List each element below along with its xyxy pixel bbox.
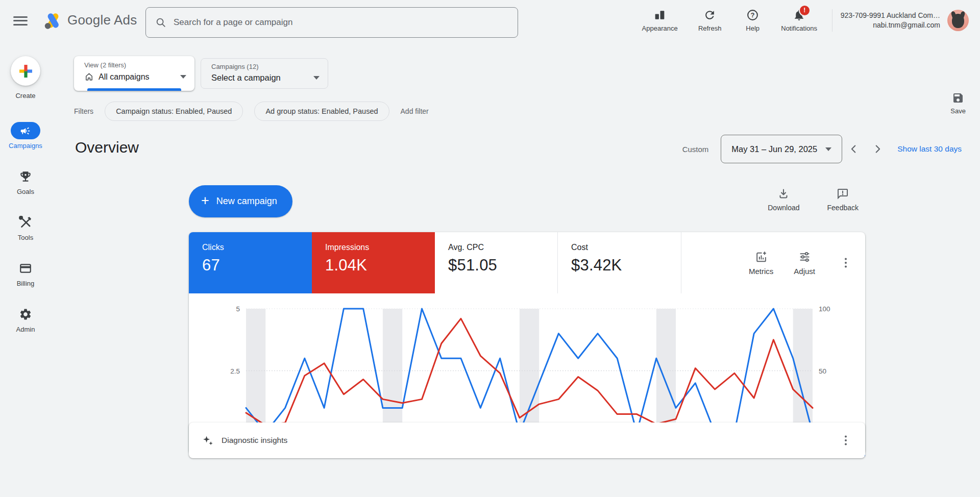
scorecard-value: 67: [202, 256, 312, 275]
scorecard-value: $51.05: [448, 256, 557, 275]
sidebar-item-campaigns[interactable]: Campaigns: [9, 122, 42, 150]
search-input[interactable]: [173, 17, 508, 28]
overview-card: Clicks 67 Impressions 1.04K Avg. CPC $51…: [189, 232, 865, 454]
product-name: Google Ads: [67, 12, 137, 28]
view-label: View (2 filters): [84, 61, 186, 69]
sidebar-nav: Campaigns Goals: [9, 122, 42, 333]
search-icon: [155, 17, 166, 28]
date-range-value: May 31 – Jun 29, 2025: [731, 144, 817, 154]
next-period-button[interactable]: [866, 137, 889, 161]
account-email: nabi.tnm@gmail.com: [841, 20, 940, 30]
sidebar-item-billing[interactable]: Billing: [11, 260, 40, 287]
more-options-button[interactable]: [840, 434, 852, 446]
megaphone-icon: [20, 126, 31, 136]
campaign-selector[interactable]: Campaigns (12) Select a campaign: [201, 58, 328, 89]
google-ads-logo-icon: [43, 10, 63, 31]
active-view-underline: [87, 88, 181, 91]
range-mode-label: Custom: [682, 145, 709, 154]
avatar[interactable]: [947, 10, 969, 31]
view-value: All campaigns: [99, 72, 150, 82]
show-last-30-days-link[interactable]: Show last 30 days: [897, 144, 962, 154]
sidebar-item-admin[interactable]: Admin: [11, 306, 40, 333]
save-icon: [952, 92, 964, 104]
chart-tools-cell: Metrics Adjust: [681, 232, 865, 293]
notifications-button[interactable]: ! Notifications: [771, 9, 828, 32]
download-icon: [777, 188, 790, 200]
metrics-icon: [755, 251, 768, 263]
billing-icon: [19, 262, 32, 275]
download-button[interactable]: Download: [768, 188, 799, 212]
topbar-divider: [832, 9, 832, 32]
svg-text:50: 50: [819, 367, 826, 375]
global-search[interactable]: [145, 7, 518, 38]
svg-text:5: 5: [236, 305, 240, 313]
tools-icon: [19, 216, 32, 229]
svg-text:2.5: 2.5: [230, 367, 240, 375]
gear-icon: [19, 308, 32, 321]
campaign-selector-label: Campaigns (12): [211, 63, 320, 70]
filter-chip-campaign-status[interactable]: Campaign status: Enabled, Paused: [105, 102, 243, 121]
chart-actions: Download Feedback: [768, 188, 859, 212]
scorecard-value: 1.04K: [325, 256, 435, 275]
appearance-icon: [653, 9, 666, 21]
view-selector[interactable]: View (2 filters) All campaigns: [74, 56, 194, 91]
download-label: Download: [768, 204, 799, 212]
scorecard-impressions[interactable]: Impressions 1.04K: [312, 232, 435, 293]
sparkle-icon: [202, 435, 214, 446]
metrics-button[interactable]: Metrics: [749, 251, 773, 276]
diagnostic-insights-card[interactable]: Diagnostic insights: [189, 423, 865, 458]
add-filter-button[interactable]: Add filter: [401, 107, 429, 115]
previous-period-button[interactable]: [842, 137, 866, 161]
help-button[interactable]: ? Help: [735, 9, 771, 32]
scorecard-label: Clicks: [202, 243, 312, 252]
account-number: 923-709-9991 Auckland Com…: [841, 11, 940, 20]
home-icon: [84, 72, 94, 82]
create-button[interactable]: Create: [11, 56, 40, 100]
account-info[interactable]: 923-709-9991 Auckland Com… nabi.tnm@gmai…: [841, 11, 940, 30]
scorecard-cost[interactable]: Cost $3.42K: [558, 232, 681, 293]
refresh-button[interactable]: Refresh: [685, 9, 735, 32]
topbar-actions: Appearance Refresh ? Help ! Notification…: [635, 0, 980, 41]
sidebar-item-tools[interactable]: Tools: [11, 214, 40, 241]
plus-icon: +: [201, 194, 209, 208]
scorecard-label: Cost: [571, 243, 681, 252]
filters-label: Filters: [74, 107, 93, 115]
kebab-icon: [845, 262, 847, 264]
chevron-down-icon: [313, 76, 320, 80]
new-campaign-button[interactable]: + New campaign: [189, 185, 292, 217]
scorecard-value: $3.42K: [571, 256, 681, 275]
scorecard-label: Impressions: [325, 243, 435, 252]
svg-text:?: ?: [751, 11, 755, 19]
filter-chip-ad-group-status[interactable]: Ad group status: Enabled, Paused: [254, 102, 389, 121]
top-bar: Google Ads Appearance Refresh ?: [0, 0, 980, 41]
adjust-button[interactable]: Adjust: [794, 251, 815, 276]
main-content: View (2 filters) All campaigns Campaigns…: [51, 41, 980, 497]
feedback-icon: [837, 188, 849, 200]
insights-title: Diagnostic insights: [222, 436, 287, 445]
campaign-selector-value: Select a campaign: [211, 73, 281, 83]
more-options-button[interactable]: [840, 257, 852, 269]
refresh-icon: [703, 9, 716, 21]
main-menu-button[interactable]: [13, 14, 28, 27]
chevron-down-icon: [180, 75, 186, 79]
sidebar: Create Campaigns Goals: [0, 41, 51, 497]
appearance-button[interactable]: Appearance: [635, 9, 685, 32]
scorecard-label: Avg. CPC: [448, 243, 557, 252]
feedback-button[interactable]: Feedback: [827, 188, 859, 212]
chevron-right-icon: [872, 143, 883, 155]
sidebar-item-goals[interactable]: Goals: [11, 168, 40, 195]
feedback-label: Feedback: [827, 204, 859, 212]
plus-icon: [19, 64, 33, 78]
filter-bar: Filters Campaign status: Enabled, Paused…: [74, 102, 429, 121]
adjust-label: Adjust: [794, 267, 815, 276]
new-campaign-label: New campaign: [216, 196, 277, 207]
date-range-button[interactable]: May 31 – Jun 29, 2025: [721, 135, 842, 163]
scorecard-clicks[interactable]: Clicks 67: [189, 232, 312, 293]
avatar-photo: [952, 14, 964, 28]
date-range-cluster: Custom May 31 – Jun 29, 2025 Show last 3…: [682, 135, 962, 163]
kebab-icon: [845, 439, 847, 442]
create-label: Create: [15, 92, 35, 100]
chevron-left-icon: [848, 143, 860, 155]
scorecard-avg-cpc[interactable]: Avg. CPC $51.05: [435, 232, 558, 293]
save-button[interactable]: Save: [950, 92, 966, 115]
